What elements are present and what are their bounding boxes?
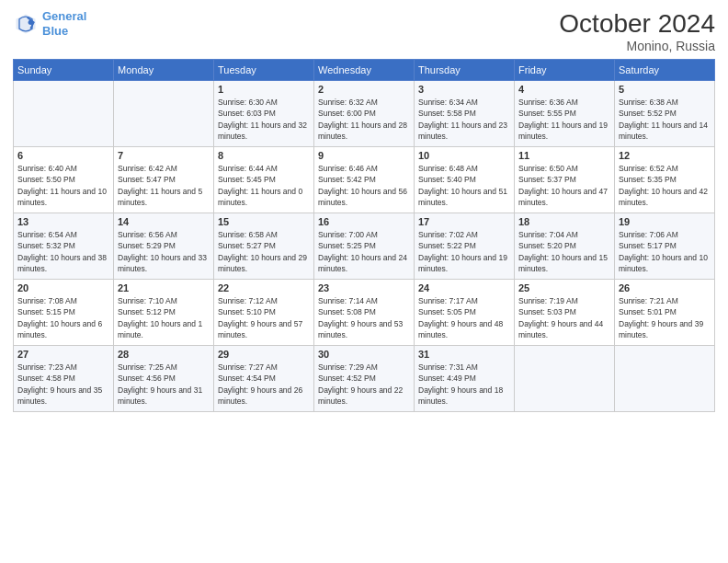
day-number: 6: [17, 150, 109, 161]
header-thursday: Thursday: [415, 60, 515, 81]
title-month: October 2024: [559, 9, 715, 39]
day-cell-1-2: 8Sunrise: 6:44 AM Sunset: 5:45 PM Daylig…: [214, 147, 314, 213]
day-detail: Sunrise: 6:32 AM Sunset: 6:00 PM Dayligh…: [318, 97, 410, 142]
day-detail: Sunrise: 6:38 AM Sunset: 5:52 PM Dayligh…: [619, 97, 711, 142]
day-detail: Sunrise: 7:25 AM Sunset: 4:56 PM Dayligh…: [118, 362, 210, 407]
day-detail: Sunrise: 6:40 AM Sunset: 5:50 PM Dayligh…: [17, 163, 109, 208]
day-detail: Sunrise: 6:36 AM Sunset: 5:55 PM Dayligh…: [518, 97, 610, 142]
day-cell-0-5: 4Sunrise: 6:36 AM Sunset: 5:55 PM Daylig…: [515, 81, 615, 147]
day-cell-0-6: 5Sunrise: 6:38 AM Sunset: 5:52 PM Daylig…: [615, 81, 715, 147]
day-detail: Sunrise: 7:17 AM Sunset: 5:05 PM Dayligh…: [418, 295, 510, 340]
day-number: 4: [518, 84, 610, 95]
day-cell-2-5: 18Sunrise: 7:04 AM Sunset: 5:20 PM Dayli…: [515, 213, 615, 280]
day-detail: Sunrise: 7:08 AM Sunset: 5:15 PM Dayligh…: [17, 295, 109, 340]
day-number: 15: [218, 216, 310, 227]
day-detail: Sunrise: 7:02 AM Sunset: 5:22 PM Dayligh…: [418, 229, 510, 274]
day-detail: Sunrise: 6:42 AM Sunset: 5:47 PM Dayligh…: [118, 163, 210, 208]
day-cell-2-0: 13Sunrise: 6:54 AM Sunset: 5:32 PM Dayli…: [14, 213, 114, 280]
logo-line2: Blue: [42, 24, 68, 38]
day-detail: Sunrise: 7:06 AM Sunset: 5:17 PM Dayligh…: [619, 229, 711, 274]
logo-text: General Blue: [42, 9, 86, 38]
day-number: 26: [619, 282, 711, 293]
week-row-1: 1Sunrise: 6:30 AM Sunset: 6:03 PM Daylig…: [14, 81, 715, 147]
svg-point-2: [28, 19, 33, 24]
day-detail: Sunrise: 7:14 AM Sunset: 5:08 PM Dayligh…: [318, 295, 410, 340]
week-row-2: 6Sunrise: 6:40 AM Sunset: 5:50 PM Daylig…: [14, 147, 715, 213]
day-number: 2: [318, 84, 410, 95]
day-number: 16: [318, 216, 410, 227]
day-detail: Sunrise: 7:27 AM Sunset: 4:54 PM Dayligh…: [218, 362, 310, 407]
day-cell-1-6: 12Sunrise: 6:52 AM Sunset: 5:35 PM Dayli…: [615, 147, 715, 213]
header-wednesday: Wednesday: [314, 60, 415, 81]
header-tuesday: Tuesday: [214, 60, 314, 81]
day-number: 23: [318, 282, 410, 293]
day-number: 22: [218, 282, 310, 293]
day-detail: Sunrise: 7:29 AM Sunset: 4:52 PM Dayligh…: [318, 362, 410, 407]
day-cell-1-0: 6Sunrise: 6:40 AM Sunset: 5:50 PM Daylig…: [14, 147, 114, 213]
day-number: 20: [17, 282, 109, 293]
day-detail: Sunrise: 7:00 AM Sunset: 5:25 PM Dayligh…: [318, 229, 410, 274]
day-cell-2-2: 15Sunrise: 6:58 AM Sunset: 5:27 PM Dayli…: [214, 213, 314, 280]
day-detail: Sunrise: 7:23 AM Sunset: 4:58 PM Dayligh…: [17, 362, 109, 407]
day-number: 29: [218, 349, 310, 360]
day-cell-2-3: 16Sunrise: 7:00 AM Sunset: 5:25 PM Dayli…: [314, 213, 415, 280]
calendar-table: Sunday Monday Tuesday Wednesday Thursday…: [13, 59, 715, 412]
day-cell-3-6: 26Sunrise: 7:21 AM Sunset: 5:01 PM Dayli…: [615, 280, 715, 346]
header-friday: Friday: [515, 60, 615, 81]
day-number: 12: [619, 150, 711, 161]
day-cell-3-0: 20Sunrise: 7:08 AM Sunset: 5:15 PM Dayli…: [14, 280, 114, 346]
day-detail: Sunrise: 7:19 AM Sunset: 5:03 PM Dayligh…: [518, 295, 610, 340]
day-number: 17: [418, 216, 510, 227]
week-row-5: 27Sunrise: 7:23 AM Sunset: 4:58 PM Dayli…: [14, 346, 715, 412]
day-cell-0-1: [114, 81, 214, 147]
day-cell-0-4: 3Sunrise: 6:34 AM Sunset: 5:58 PM Daylig…: [415, 81, 515, 147]
day-number: 28: [118, 349, 210, 360]
day-detail: Sunrise: 7:21 AM Sunset: 5:01 PM Dayligh…: [619, 295, 711, 340]
day-detail: Sunrise: 6:50 AM Sunset: 5:37 PM Dayligh…: [518, 163, 610, 208]
header-saturday: Saturday: [615, 60, 715, 81]
day-number: 10: [418, 150, 510, 161]
header-sunday: Sunday: [14, 60, 114, 81]
day-number: 5: [619, 84, 711, 95]
day-number: 7: [118, 150, 210, 161]
day-cell-4-5: [515, 346, 615, 412]
day-detail: Sunrise: 6:52 AM Sunset: 5:35 PM Dayligh…: [619, 163, 711, 208]
logo: General Blue: [13, 9, 86, 38]
day-cell-3-4: 24Sunrise: 7:17 AM Sunset: 5:05 PM Dayli…: [415, 280, 515, 346]
title-location: Monino, Russia: [559, 39, 715, 53]
logo-icon: [13, 11, 39, 37]
day-detail: Sunrise: 6:44 AM Sunset: 5:45 PM Dayligh…: [218, 163, 310, 208]
day-cell-1-3: 9Sunrise: 6:46 AM Sunset: 5:42 PM Daylig…: [314, 147, 415, 213]
day-cell-2-1: 14Sunrise: 6:56 AM Sunset: 5:29 PM Dayli…: [114, 213, 214, 280]
day-number: 11: [518, 150, 610, 161]
day-detail: Sunrise: 7:04 AM Sunset: 5:20 PM Dayligh…: [518, 229, 610, 274]
day-cell-4-1: 28Sunrise: 7:25 AM Sunset: 4:56 PM Dayli…: [114, 346, 214, 412]
day-detail: Sunrise: 6:56 AM Sunset: 5:29 PM Dayligh…: [118, 229, 210, 274]
day-cell-4-4: 31Sunrise: 7:31 AM Sunset: 4:49 PM Dayli…: [415, 346, 515, 412]
day-cell-3-5: 25Sunrise: 7:19 AM Sunset: 5:03 PM Dayli…: [515, 280, 615, 346]
day-detail: Sunrise: 6:46 AM Sunset: 5:42 PM Dayligh…: [318, 163, 410, 208]
day-number: 27: [17, 349, 109, 360]
day-detail: Sunrise: 7:31 AM Sunset: 4:49 PM Dayligh…: [418, 362, 510, 407]
day-detail: Sunrise: 6:30 AM Sunset: 6:03 PM Dayligh…: [218, 97, 310, 142]
day-cell-3-3: 23Sunrise: 7:14 AM Sunset: 5:08 PM Dayli…: [314, 280, 415, 346]
day-cell-4-6: [615, 346, 715, 412]
day-cell-4-3: 30Sunrise: 7:29 AM Sunset: 4:52 PM Dayli…: [314, 346, 415, 412]
day-detail: Sunrise: 6:34 AM Sunset: 5:58 PM Dayligh…: [418, 97, 510, 142]
day-cell-1-5: 11Sunrise: 6:50 AM Sunset: 5:37 PM Dayli…: [515, 147, 615, 213]
day-cell-0-2: 1Sunrise: 6:30 AM Sunset: 6:03 PM Daylig…: [214, 81, 314, 147]
day-number: 24: [418, 282, 510, 293]
day-cell-0-3: 2Sunrise: 6:32 AM Sunset: 6:00 PM Daylig…: [314, 81, 415, 147]
day-detail: Sunrise: 6:54 AM Sunset: 5:32 PM Dayligh…: [17, 229, 109, 274]
day-number: 19: [619, 216, 711, 227]
day-cell-4-2: 29Sunrise: 7:27 AM Sunset: 4:54 PM Dayli…: [214, 346, 314, 412]
day-detail: Sunrise: 6:58 AM Sunset: 5:27 PM Dayligh…: [218, 229, 310, 274]
day-number: 21: [118, 282, 210, 293]
day-number: 30: [318, 349, 410, 360]
title-block: October 2024 Monino, Russia: [559, 9, 715, 53]
header: General Blue October 2024 Monino, Russia: [13, 9, 715, 53]
day-number: 13: [17, 216, 109, 227]
day-number: 14: [118, 216, 210, 227]
day-detail: Sunrise: 6:48 AM Sunset: 5:40 PM Dayligh…: [418, 163, 510, 208]
day-detail: Sunrise: 7:12 AM Sunset: 5:10 PM Dayligh…: [218, 295, 310, 340]
